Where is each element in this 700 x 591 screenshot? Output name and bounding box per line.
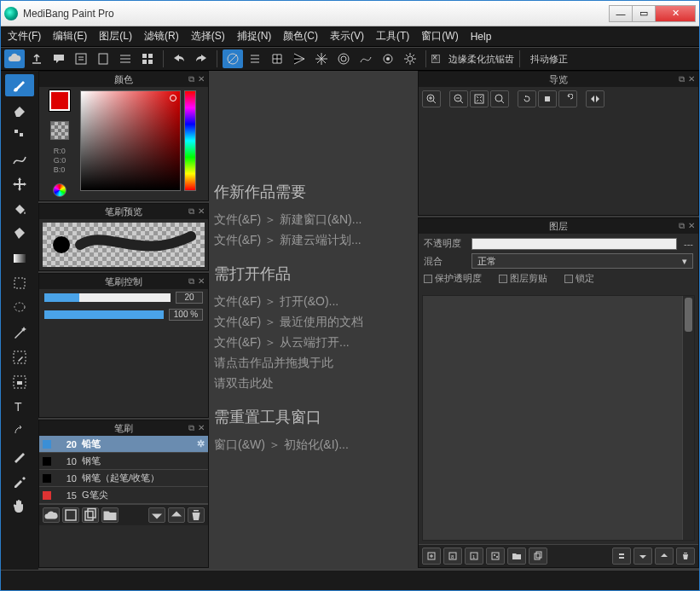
- brush-dup-button[interactable]: [82, 507, 99, 523]
- select-lasso-tool[interactable]: [5, 297, 34, 319]
- menu-snap[interactable]: 捕捉(N): [237, 29, 272, 43]
- grid-button[interactable]: [137, 49, 158, 68]
- page-button[interactable]: [93, 49, 113, 68]
- flip-button[interactable]: [586, 90, 605, 107]
- magicwand-tool[interactable]: [5, 322, 34, 344]
- menu-view[interactable]: 表示(V): [330, 29, 364, 43]
- gradient-tool[interactable]: [5, 247, 34, 269]
- menu-help[interactable]: Help: [471, 31, 492, 43]
- transparent-swatch[interactable]: [50, 121, 69, 140]
- protect-alpha-checkbox[interactable]: 保护透明度: [424, 272, 482, 285]
- snap-off-button[interactable]: [223, 49, 243, 68]
- clipping-checkbox[interactable]: 图层剪贴: [499, 272, 547, 285]
- minimize-button[interactable]: —: [609, 5, 633, 22]
- brush-add-button[interactable]: [62, 507, 79, 523]
- palette-icon[interactable]: [53, 183, 67, 197]
- canvas-area[interactable]: 作新作品需要 文件(&F) ＞ 新建窗口(&N)... 文件(&F) ＞ 新建云…: [209, 71, 418, 570]
- undock-icon[interactable]: ⧉: [679, 74, 685, 84]
- brush-cloud-button[interactable]: [43, 507, 60, 523]
- rotate-ccw-button[interactable]: [518, 90, 536, 107]
- eyedropper-tool[interactable]: [5, 470, 34, 492]
- menu-color[interactable]: 颜色(C): [283, 29, 318, 43]
- lock-checkbox[interactable]: 锁定: [564, 272, 594, 285]
- layer-dup-button[interactable]: [529, 548, 547, 565]
- opacity-value[interactable]: 100 %: [169, 309, 203, 321]
- close-panel-icon[interactable]: ✕: [198, 74, 205, 84]
- layer-list[interactable]: [422, 295, 695, 541]
- dot-tool[interactable]: [5, 124, 34, 146]
- rotate-cw-button[interactable]: [558, 90, 577, 107]
- close-panel-icon[interactable]: ✕: [198, 206, 205, 217]
- foreground-swatch[interactable]: [49, 90, 70, 111]
- layer-new8-button[interactable]: 8: [443, 548, 462, 565]
- cloud-button[interactable]: [4, 49, 25, 68]
- layer-opacity-slider[interactable]: [471, 238, 677, 250]
- snap-circle-button[interactable]: [333, 49, 354, 68]
- menu-edit[interactable]: 编辑(E): [53, 29, 87, 43]
- select-rect-tool[interactable]: [5, 272, 34, 294]
- menu-window[interactable]: 窗口(W): [421, 29, 458, 43]
- hue-bar[interactable]: [184, 90, 196, 191]
- undock-icon[interactable]: ⧉: [679, 221, 685, 231]
- note-button[interactable]: [71, 49, 91, 68]
- undo-button[interactable]: [169, 49, 189, 68]
- brush-row[interactable]: 15G笔尖: [39, 487, 208, 504]
- brush-down-button[interactable]: [148, 507, 165, 523]
- color-field[interactable]: [80, 90, 181, 191]
- layer-folder-button[interactable]: [507, 548, 526, 565]
- layer-merge-button[interactable]: [612, 548, 631, 565]
- undock-icon[interactable]: ⧉: [188, 206, 194, 217]
- close-panel-icon[interactable]: ✕: [688, 221, 695, 231]
- brush-delete-button[interactable]: [188, 507, 205, 523]
- close-button[interactable]: ✕: [655, 5, 696, 22]
- layer-delete-button[interactable]: [676, 548, 695, 565]
- layer-new1-button[interactable]: 1: [465, 548, 483, 565]
- brush-tool[interactable]: [5, 74, 34, 96]
- snap-parallel-button[interactable]: [245, 49, 265, 68]
- layer-halftone-button[interactable]: [486, 548, 505, 565]
- brush-row[interactable]: 10钢笔（起笔/收笔）: [39, 470, 208, 487]
- snap-radial-button[interactable]: [311, 49, 332, 68]
- shape-brush-tool[interactable]: [5, 148, 34, 171]
- bucket-tool[interactable]: [5, 223, 34, 245]
- menu-filter[interactable]: 滤镜(R): [144, 29, 179, 43]
- divide-tool[interactable]: [5, 445, 34, 467]
- snap-curve-button[interactable]: [356, 49, 376, 68]
- fill-tool[interactable]: [5, 198, 34, 220]
- antialias-checkbox[interactable]: [431, 55, 442, 63]
- move-tool[interactable]: [5, 173, 34, 195]
- eraser-tool[interactable]: [5, 99, 34, 121]
- close-panel-icon[interactable]: ✕: [198, 276, 205, 287]
- undock-icon[interactable]: ⧉: [188, 276, 194, 287]
- zoom-out-button[interactable]: [449, 90, 468, 107]
- brush-folder-button[interactable]: [101, 507, 119, 523]
- size-value[interactable]: 20: [176, 292, 203, 304]
- brush-row[interactable]: 10钢笔: [39, 453, 208, 470]
- snap-settings-button[interactable]: [400, 49, 420, 68]
- rotate-reset-button[interactable]: [538, 90, 557, 107]
- snap-vanish-button[interactable]: [289, 49, 310, 68]
- selecterase-tool[interactable]: [5, 371, 34, 393]
- undock-icon[interactable]: ⧉: [188, 74, 194, 84]
- zoom100-button[interactable]: [490, 90, 509, 107]
- brush-row[interactable]: 20铅笔✲: [39, 436, 208, 453]
- hand-tool[interactable]: [5, 495, 34, 517]
- close-panel-icon[interactable]: ✕: [688, 74, 695, 84]
- layer-scrollbar[interactable]: [682, 296, 694, 540]
- snap-grid-button[interactable]: [267, 49, 287, 68]
- layer-down-button[interactable]: [633, 548, 652, 565]
- menu-select[interactable]: 选择(S): [191, 29, 225, 43]
- maximize-button[interactable]: ▭: [632, 5, 656, 22]
- upload-button[interactable]: [26, 49, 47, 68]
- menu-layer[interactable]: 图层(L): [99, 29, 132, 43]
- size-slider[interactable]: [44, 293, 171, 302]
- list-button[interactable]: [115, 49, 136, 68]
- menu-file[interactable]: 文件(F): [8, 29, 41, 43]
- menu-tool[interactable]: 工具(T): [376, 29, 409, 43]
- snap-config-button[interactable]: [378, 49, 398, 68]
- zoom-in-button[interactable]: [422, 90, 441, 107]
- opacity-slider[interactable]: [44, 310, 164, 319]
- layer-new-button[interactable]: [422, 548, 441, 565]
- redo-button[interactable]: [191, 49, 211, 68]
- undock-icon[interactable]: ⧉: [188, 423, 194, 433]
